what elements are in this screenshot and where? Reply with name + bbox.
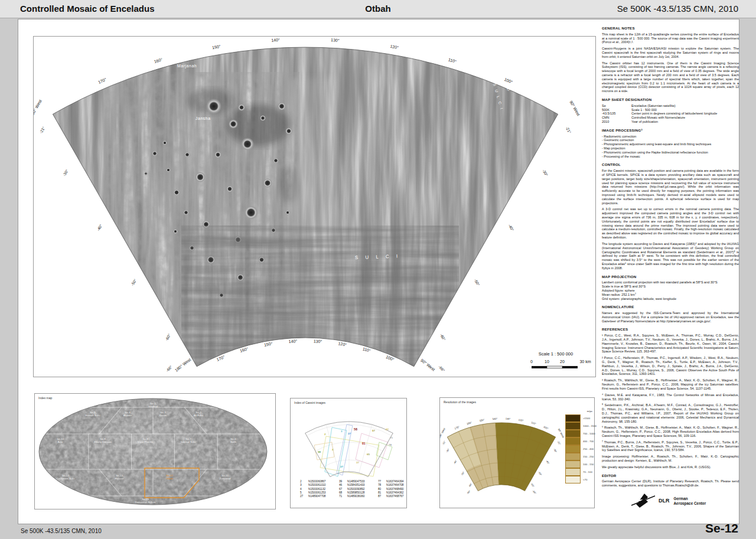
cassini-index-title: Index of Cassini images [294,401,325,404]
graticule-label: 120° [518,419,524,422]
image-id-table: 2 N1500060867 39 N1489047533 77 N1637464… [300,480,413,498]
legend-row: 250 - 400 [565,445,594,453]
graticule-label: 160° [467,421,472,425]
designation-value: Center point in degrees consisting of la… [631,112,739,116]
graticule-label: -50° [538,471,543,476]
graticule-label: -60° [164,333,171,341]
main-map-fan: Scale 1 : 500 000 0102030 km MarjanahJan… [34,37,595,377]
legend-row: 700 - 1000 [565,430,594,437]
graticule-label: 110° [362,347,372,353]
footprint-number: 78 [389,443,392,446]
note-paragraph: For the Cassini mission, spacecraft posi… [602,169,739,205]
graticule-label: 180° West [34,99,43,117]
quad-feature-name: Hassan [115,477,124,480]
projection-line: Grid system: planetographic latitude, we… [602,297,739,301]
image-id: N1637468767 [386,495,413,498]
credits-paragraph: Image processing: Hoffmeister, A., Roats… [602,455,739,463]
designation-key: CMN [602,116,631,120]
index-map-panel: Index map [34,393,276,509]
graticule-label: 90° West [420,358,436,372]
image-footprints [314,424,392,476]
cassini-footprint-fan: 2327585777717881659842737 [291,401,406,478]
legend-row: <70 [565,476,594,484]
dlr-name-line2: Aerospace Center [674,501,706,505]
index-map-quad: Se-8 Diyar Planitia [138,437,153,443]
footprint-number: 37 [356,461,359,464]
graticule-label: 110° [531,421,537,425]
index-map-quad: Se-3 Kasim [159,411,167,417]
section-heading: GENERAL NOTES [602,26,739,31]
graticule-label: -60° [439,333,447,341]
footprint-number: 71 [390,436,393,439]
graticule-label: 130° [331,38,340,43]
section-heading: REFERENCES [602,327,739,332]
reference: ⁶ Roatsch, Th., Wählisch, M., Giese, B.,… [602,426,739,437]
legend-swatch [565,460,581,468]
graticule-label: -40° [507,224,514,232]
index-map-quad: Se-13 Hassan [115,474,124,480]
graticule-label: 110° [448,57,457,64]
designation-key: -43.5/135 [602,112,631,116]
quad-feature-name: Aziz [57,440,64,443]
quad-feature-name: Labtayt Sulci [181,440,195,443]
projection-line: Scale is true at 58°S and 30°S [602,285,739,289]
legend-swatch [565,453,581,460]
reference: ² Porco, C.C., Helfenstein, P., Thomas, … [602,356,739,376]
index-map-quad: Se-1 Sindbad [148,402,158,408]
dlr-logo-block: DLR German Aerospace Center [630,492,739,510]
designation-key: 2010 [602,120,631,124]
index-map-title: Index map [38,396,52,400]
legend-swatch [565,468,581,476]
graticule-label: 180° West [174,357,192,372]
footprint-number: 2 [324,433,326,436]
scale-bar: Scale 1 : 500 000 0102030 km [530,351,591,368]
graticule-label: -21° [565,126,572,134]
index-map-quad: Se-7 Labtayt Sulci [181,437,195,443]
footprint-number: 77 [386,428,389,431]
legend-label: 250 - 400 [583,447,594,450]
note-paragraph: Names are suggested by the ISS-Camera-Te… [602,311,739,323]
graticule-label: -40° [545,459,550,465]
processing-step: - Map projection [602,146,739,151]
graticule-label: 160° [154,57,163,64]
projection-line: Mean radius: 252.1 km⁷ [602,293,739,297]
graticule-label: 150° [479,419,485,422]
graticule-label: 180° West [440,427,446,439]
index-map-quad: Se-6 Salih [230,437,236,443]
quad-feature-name: Otbah [166,477,173,480]
graticule-label: 90° West [569,100,581,116]
footprint-number: 98 [318,450,321,453]
index-map-quad: Se-15 Damascus Sulcus [135,498,155,504]
graticule-label: 100° [543,425,549,430]
footprint-number: 3 [341,430,343,433]
legend-swatch [565,430,581,437]
legend-row: 100 - 150 [565,460,594,468]
resolution-title: Resolution of the images [444,400,476,404]
designation-row: -43.5/135 Center point in degrees consis… [602,112,739,116]
globe-texture [35,394,275,509]
graticule-label: -30° [542,169,549,177]
image-id: N1489047708 [308,495,339,498]
index-map-quad: Se-9 Ebony Dorsum [94,437,111,443]
footprint-number: 57 [372,429,375,432]
sheet-header: Controlled Mosaic of Enceladus Otbah Se … [0,0,756,18]
graticule-label: -21° [441,440,446,445]
legend-swatch [565,476,581,484]
designation-value: Enceladus (Saturnian satellite) [631,104,739,108]
dlr-name: German Aerospace Center [674,496,706,506]
scale-title: Scale 1 : 500 000 [539,351,573,357]
legend-swatch [565,445,581,453]
graticule-label: -30° [553,448,558,453]
note-paragraph: This map sheet is the 12th of a 15-quadr… [602,32,739,44]
map-sheet: Scale 1 : 500 000 0102030 km MarjanahJan… [18,19,739,524]
footprint-number: 27 [340,465,343,468]
editor-paragraph: German Aerospace Center (DLR), Institute… [602,479,739,488]
graticule-label: -66° [532,489,537,495]
quad-feature-name: Damascus Sulcus [135,501,155,504]
index-map-quad: Se-10 Aziz [57,437,64,443]
quad-feature-name: Ebony Dorsum [94,440,111,443]
quad-feature-name: Ali Baba [194,414,203,417]
reference: ⁴ Davies, M.E. and Katayama, F.Y., 1983,… [602,393,739,401]
reference: ⁷ Thomas, P.C., Burns, J.A., Helfenstein… [602,440,739,452]
footprint-number: 27 [348,432,351,435]
